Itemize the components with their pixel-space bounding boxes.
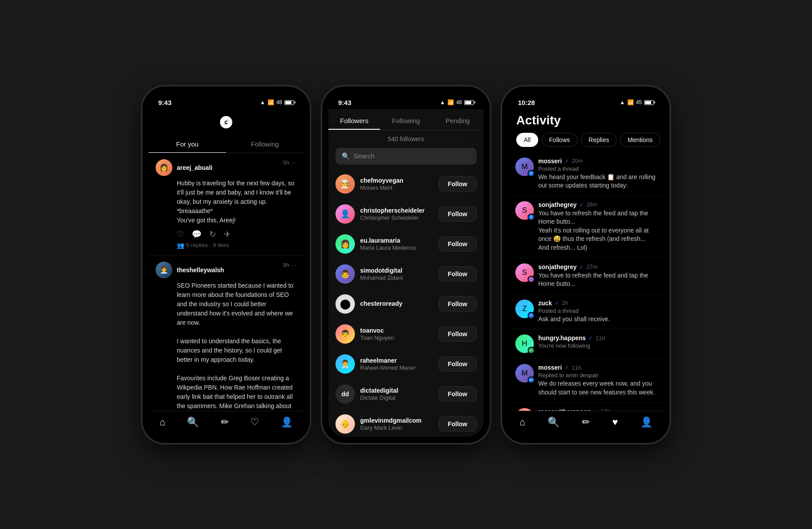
status-bar-2: 9:43 ▲ 📶 48: [328, 93, 484, 109]
followers-screen: Followers Following Pending 540 follower…: [328, 109, 484, 437]
follow-btn-0[interactable]: Follow: [439, 176, 477, 191]
nav-home-3[interactable]: ⌂: [519, 416, 525, 428]
avatar-shelley: 👩‍💼: [156, 262, 172, 278]
follow-btn-3[interactable]: Follow: [439, 266, 477, 281]
follow-btn-5[interactable]: Follow: [439, 326, 477, 341]
post-stats-1: 👥 5 replies · 9 likes: [177, 242, 297, 249]
follower-name-5[interactable]: toanvoc: [360, 327, 433, 334]
signal-icon-2: 📶: [447, 99, 454, 105]
post-1: 👩 areej_abuali 5h ··· Hubby is traveling…: [149, 153, 304, 255]
activity-username-0[interactable]: mosseri: [538, 158, 562, 165]
tab-following[interactable]: Following: [226, 136, 304, 153]
nav-home[interactable]: ⌂: [160, 416, 165, 428]
badge-3: +: [528, 312, 535, 319]
activity-text-5: We do releases every week now, and you s…: [538, 379, 656, 397]
post-content-2: SEO Pioneers started because I wanted to…: [177, 281, 297, 411]
activity-username-3[interactable]: zuck: [538, 300, 552, 307]
wifi-icon-2: ▲: [440, 99, 445, 105]
search-placeholder: Search: [354, 152, 375, 160]
verified-4: ✓: [589, 335, 593, 341]
activity-username-1[interactable]: sonjathegrey: [538, 201, 577, 208]
follow-btn-2[interactable]: Follow: [439, 236, 477, 251]
followers-tabs: Followers Following Pending: [328, 109, 484, 130]
follower-realname-1: Christopher Scheideler: [360, 214, 433, 221]
tab-for-you[interactable]: For you: [149, 136, 226, 153]
follow-btn-8[interactable]: Follow: [439, 416, 477, 431]
nav-compose-3[interactable]: ✏: [582, 416, 590, 428]
follower-name-7[interactable]: dictatedigital: [360, 387, 433, 394]
search-bar[interactable]: 🔍 Search: [335, 148, 477, 165]
follower-name-0[interactable]: chefmoyvegan: [360, 177, 433, 184]
username-shelley[interactable]: theshelleywalsh: [177, 266, 224, 274]
nav-search-3[interactable]: 🔍: [548, 416, 559, 428]
time-3: 10:28: [518, 99, 535, 106]
avatar-activity-zuck: Z +: [515, 300, 534, 318]
feed-header: For you Following: [149, 109, 304, 153]
avatar-laura: 👩: [335, 234, 355, 254]
follower-name-3[interactable]: simodotdigital: [360, 267, 433, 274]
activity-text-3: Ask and you shall receive.: [538, 315, 656, 324]
battery-2: [464, 100, 474, 105]
post-2: 👩‍💼 theshelleywalsh 9h ··· SEO Pioneers …: [149, 255, 304, 411]
feed-screen: For you Following 👩 areej_abuali 5h ···: [149, 109, 304, 411]
follower-name-8[interactable]: gmlevinmdgmailcom: [360, 417, 433, 424]
status-icons-2: ▲ 📶 48: [440, 99, 474, 105]
follower-item-7: dd dictatedigital Dictate Digital Follow: [328, 379, 484, 409]
username-areej[interactable]: areej_abuali: [177, 164, 212, 171]
activity-time-1: 26m: [586, 201, 597, 208]
follower-name-1[interactable]: christopherscheideler: [360, 207, 433, 214]
nav-profile[interactable]: 👤: [281, 416, 293, 428]
activity-action-3: Posted a thread: [538, 308, 656, 314]
avatar-chris: 👤: [335, 204, 355, 224]
wifi-icon-1: ▲: [260, 99, 265, 105]
activity-item-2: S ♡ sonjathegrey ✓ 27m You have to refre…: [508, 258, 663, 294]
tab-replies[interactable]: Replies: [581, 133, 617, 147]
follower-name-4[interactable]: chesteroready: [360, 300, 433, 307]
activity-content-2: sonjathegrey ✓ 27m You have to refresh t…: [538, 263, 656, 289]
nav-heart-3[interactable]: ♥: [612, 416, 618, 428]
nav-search[interactable]: 🔍: [187, 416, 199, 428]
follower-name-6[interactable]: raheelmaner: [360, 357, 433, 364]
activity-time-2: 27m: [586, 263, 597, 270]
tab-followers[interactable]: Followers: [328, 113, 380, 130]
threads-logo: [219, 115, 233, 132]
activity-username-5[interactable]: mosseri: [538, 364, 562, 371]
feed-tabs: For you Following: [149, 136, 304, 153]
follow-btn-6[interactable]: Follow: [439, 356, 477, 371]
activity-content-4: hungry.happens ✓ 11h You're now followin…: [538, 334, 656, 350]
activity-username-2[interactable]: sonjathegrey: [538, 263, 577, 270]
follower-item-0: 👨‍🍳 chefmoyvegan Moises Mehl Follow: [328, 169, 484, 199]
activity-username-4[interactable]: hungry.happens: [538, 334, 586, 341]
avatar-chester: ⬤: [335, 294, 355, 314]
nav-heart[interactable]: ♡: [250, 416, 259, 428]
follower-realname-6: Raheel Ahmed Maner: [360, 364, 433, 371]
bottom-nav-3: ⌂ 🔍 ✏ ♥ 👤: [508, 411, 663, 437]
tab-all[interactable]: All: [516, 133, 538, 147]
nav-compose[interactable]: ✏: [221, 416, 229, 428]
follow-btn-4[interactable]: Follow: [439, 296, 477, 311]
nav-profile-3[interactable]: 👤: [641, 416, 652, 428]
activity-tabs: All Follows Replies Mentions: [516, 133, 656, 147]
tab-following[interactable]: Following: [380, 113, 432, 130]
battery-3: [644, 100, 654, 105]
follow-btn-1[interactable]: Follow: [439, 206, 477, 221]
verified-3: ✓: [555, 300, 559, 306]
share-icon-1[interactable]: ✈: [224, 229, 231, 239]
avatar-activity-hungry: H ✓: [515, 334, 534, 353]
post-actions-1: ♡ 💬 ↻ ✈: [177, 229, 297, 239]
repost-icon-1[interactable]: ↻: [209, 229, 216, 239]
tab-follows[interactable]: Follows: [542, 133, 577, 147]
activity-item-0: M + mosseri ✓ 20m Posted a thread We hea…: [508, 152, 663, 196]
avatar-simo: 👨: [335, 264, 355, 284]
post-time-1: 5h ···: [283, 159, 297, 166]
tab-pending[interactable]: Pending: [432, 113, 484, 130]
follow-btn-7[interactable]: Follow: [439, 386, 477, 401]
tab-mentions[interactable]: Mentions: [620, 133, 660, 147]
activity-action-5: Replied to amin despair: [538, 372, 656, 379]
comment-icon-1[interactable]: 💬: [192, 229, 201, 239]
badge-0: +: [528, 170, 535, 177]
follower-realname-5: Toan Nguyen: [360, 334, 433, 341]
like-icon-1[interactable]: ♡: [177, 229, 184, 239]
follower-item-6: 👨‍💼 raheelmaner Raheel Ahmed Maner Follo…: [328, 349, 484, 379]
follower-name-2[interactable]: eu.lauramaria: [360, 237, 433, 244]
